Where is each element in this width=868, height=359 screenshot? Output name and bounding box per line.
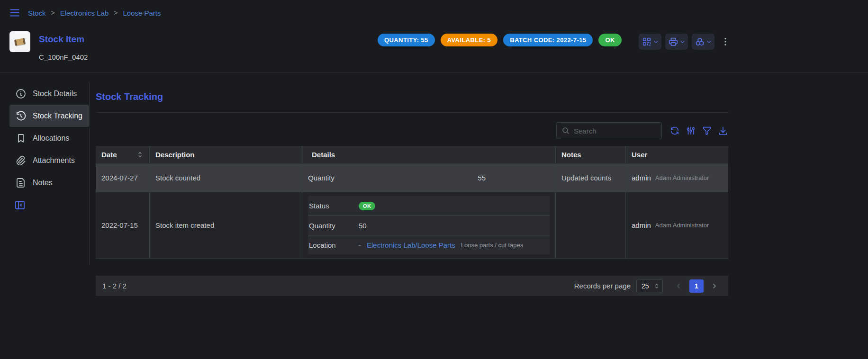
breadcrumb-electronics-lab[interactable]: Electronics Lab bbox=[60, 9, 109, 17]
cell-description: Stock item created bbox=[149, 192, 302, 258]
sort-icon bbox=[136, 151, 144, 158]
search-icon bbox=[561, 126, 570, 135]
sidebar: Stock DetailsStock TrackingAllocationsAt… bbox=[9, 82, 89, 211]
table-toolbar bbox=[96, 122, 728, 139]
download-icon[interactable] bbox=[718, 126, 728, 136]
main-panel: Stock Tracking DateDescriptionDetai bbox=[96, 81, 728, 296]
chevron-down-icon bbox=[653, 39, 659, 45]
page-1-button[interactable]: 1 bbox=[689, 279, 704, 293]
selector-icon bbox=[653, 283, 660, 289]
printer-icon bbox=[668, 36, 678, 47]
table-row[interactable]: 2024-07-27Stock countedQuantity55Updated… bbox=[96, 163, 728, 192]
user-fullname: Adam Administrator bbox=[655, 222, 709, 229]
cell-date: 2022-07-15 bbox=[96, 192, 149, 258]
capacitor-image bbox=[14, 38, 26, 46]
bookmark-icon bbox=[15, 133, 27, 144]
more-options-button[interactable] bbox=[719, 36, 732, 48]
sidebar-item-attachments[interactable]: Attachments bbox=[9, 149, 89, 171]
column-header-user[interactable]: User bbox=[625, 146, 728, 163]
page-header: Stock Item C_100nF_0402 QUANTITY: 55AVAI… bbox=[0, 26, 868, 72]
detail-label: Location bbox=[309, 241, 359, 249]
column-header-notes[interactable]: Notes bbox=[555, 146, 625, 163]
column-header-date[interactable]: Date bbox=[96, 146, 149, 163]
barcode-actions-button[interactable] bbox=[639, 34, 661, 50]
sidebar-item-label: Stock Details bbox=[33, 90, 77, 98]
header-actions bbox=[639, 34, 732, 50]
panel-divider bbox=[96, 112, 728, 113]
stock-item-page: Stock > Electronics Lab > Loose Parts St… bbox=[0, 0, 868, 359]
sidebar-item-label: Notes bbox=[33, 179, 53, 187]
status-badge: BATCH CODE: 2022-7-15 bbox=[503, 34, 593, 46]
records-per-page-select[interactable]: 25 bbox=[636, 279, 663, 293]
status-badge: QUANTITY: 55 bbox=[378, 34, 435, 46]
chevron-down-icon bbox=[706, 39, 712, 45]
print-actions-button[interactable] bbox=[665, 34, 688, 50]
ok-status-badge: OK bbox=[359, 202, 375, 210]
stock-operations-button[interactable] bbox=[692, 34, 714, 50]
detail-label: Status bbox=[309, 202, 359, 210]
sidebar-item-stock-details[interactable]: Stock Details bbox=[9, 82, 89, 105]
table-header-row: DateDescriptionDetailsNotesUser bbox=[96, 146, 728, 163]
breadcrumb-stock[interactable]: Stock bbox=[28, 9, 46, 17]
previous-page-icon[interactable] bbox=[671, 279, 686, 293]
sidebar-item-label: Allocations bbox=[33, 134, 69, 143]
details-subtable: StatusOKQuantity50Location-Electronics L… bbox=[308, 196, 550, 254]
detail-label: Quantity bbox=[309, 222, 359, 230]
location-link[interactable]: Electronics Lab/Loose Parts bbox=[367, 241, 455, 249]
detail-label: Quantity bbox=[308, 174, 358, 182]
panel-title: Stock Tracking bbox=[96, 91, 728, 102]
sidebar-item-stock-tracking[interactable]: Stock Tracking bbox=[9, 105, 89, 127]
records-per-page-value: 25 bbox=[642, 282, 649, 290]
user-fullname: Adam Administrator bbox=[655, 174, 709, 181]
paperclip-icon bbox=[15, 155, 27, 166]
stock-item-thumbnail[interactable] bbox=[9, 31, 30, 52]
search-box bbox=[556, 122, 662, 139]
sidebar-items: Stock DetailsStock TrackingAllocationsAt… bbox=[9, 82, 89, 194]
cell-user: adminAdam Administrator bbox=[625, 164, 728, 192]
table-footer: 1 - 2 / 2 Records per page 25 1 bbox=[96, 276, 728, 296]
status-badge: OK bbox=[598, 34, 621, 46]
cell-description: Stock counted bbox=[149, 164, 302, 192]
dots-vertical-icon bbox=[720, 36, 731, 47]
column-header-details[interactable]: Details bbox=[302, 146, 555, 163]
table-row[interactable]: 2022-07-15Stock item createdStatusOKQuan… bbox=[96, 192, 728, 258]
cell-notes: Updated counts bbox=[555, 164, 625, 192]
filter-icon[interactable] bbox=[702, 126, 712, 136]
table-columns-icon[interactable] bbox=[686, 126, 696, 136]
barcode-qr-icon bbox=[642, 36, 652, 47]
history-icon bbox=[15, 110, 27, 122]
search-input[interactable] bbox=[574, 127, 657, 135]
status-badge: AVAILABLE: 5 bbox=[441, 34, 497, 46]
cell-notes bbox=[555, 192, 625, 258]
page-title: Stock Item bbox=[39, 34, 84, 45]
detail-row: StatusOK bbox=[308, 196, 550, 215]
header-badges: QUANTITY: 55AVAILABLE: 5BATCH CODE: 2022… bbox=[378, 34, 622, 46]
detail-dash: - bbox=[359, 241, 361, 249]
topbar: Stock > Electronics Lab > Loose Parts bbox=[0, 0, 868, 26]
detail-row: Quantity50 bbox=[308, 215, 550, 235]
detail-row: Quantity55 bbox=[308, 174, 550, 182]
breadcrumb-loose-parts[interactable]: Loose Parts bbox=[123, 9, 161, 17]
detail-row: Location-Electronics Lab/Loose PartsLoos… bbox=[308, 235, 550, 254]
sidebar-item-label: Stock Tracking bbox=[33, 112, 82, 120]
pagination: 1 bbox=[671, 279, 722, 293]
sidebar-item-notes[interactable]: Notes bbox=[9, 171, 89, 194]
sidebar-divider bbox=[89, 81, 90, 265]
tracking-table: DateDescriptionDetailsNotesUser2024-07-2… bbox=[96, 146, 728, 259]
refresh-icon[interactable] bbox=[669, 126, 680, 136]
next-page-icon[interactable] bbox=[707, 279, 722, 293]
column-header-description[interactable]: Description bbox=[149, 146, 302, 163]
breadcrumb: Stock > Electronics Lab > Loose Parts bbox=[28, 9, 161, 17]
chevron-down-icon bbox=[679, 39, 686, 45]
username: admin bbox=[632, 174, 651, 182]
collapse-sidebar-icon[interactable] bbox=[14, 199, 26, 211]
breadcrumb-separator: > bbox=[114, 9, 118, 17]
record-range: 1 - 2 / 2 bbox=[102, 282, 127, 290]
breadcrumb-separator: > bbox=[51, 9, 55, 17]
detail-value: 55 bbox=[358, 174, 486, 182]
cell-user: adminAdam Administrator bbox=[625, 192, 728, 258]
note-icon bbox=[15, 177, 27, 188]
cell-date: 2024-07-27 bbox=[96, 164, 149, 192]
menu-icon[interactable] bbox=[9, 7, 21, 19]
sidebar-item-allocations[interactable]: Allocations bbox=[9, 127, 89, 149]
